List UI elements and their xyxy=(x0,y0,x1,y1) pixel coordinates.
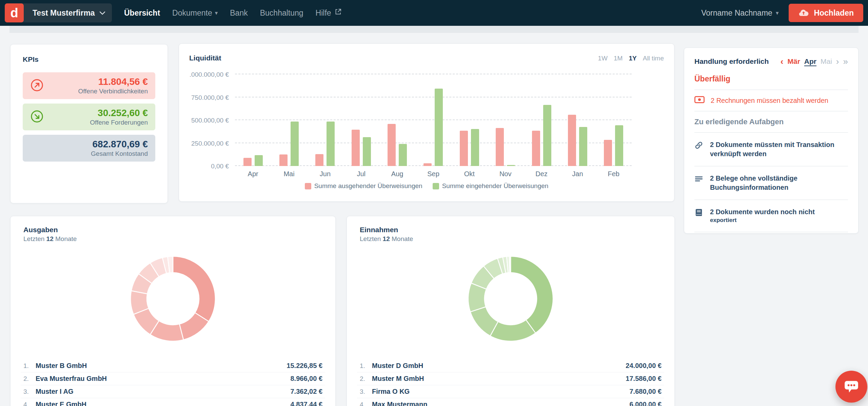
x-axis-label-jun: Jun xyxy=(307,170,343,178)
todo-item-2[interactable]: 2 Belege ohne vollständige Buchungsinfor… xyxy=(694,172,848,193)
x-axis-label-apr: Apr xyxy=(235,170,271,178)
expenses-title: Ausgaben xyxy=(23,226,322,234)
navbar-right: Vorname Nachname ▾ Hochladen xyxy=(701,4,863,22)
nav-item-label: Bank xyxy=(230,8,248,18)
ranking-index: 3. xyxy=(360,388,372,395)
ranking-value: 8.966,00 € xyxy=(290,375,322,383)
y-axis-tick-label: 500.000,00 € xyxy=(168,117,229,124)
chart-legend: Summe ausgehender ÜberweisungenSumme ein… xyxy=(179,182,674,190)
company-selector[interactable]: d Test Musterfirma xyxy=(5,3,112,22)
user-menu[interactable]: Vorname Nachname ▾ xyxy=(701,8,778,18)
ranking-index: 2. xyxy=(360,375,372,383)
y-axis-tick-label: 250.000,00 € xyxy=(168,140,229,147)
kpi-label: Gesamt Kontostand xyxy=(91,150,148,158)
range-1y[interactable]: 1Y xyxy=(629,55,636,62)
kpi-tile-gesamt-kontostand[interactable]: 682.870,69 €Gesamt Kontostand xyxy=(23,135,155,162)
bar-group-jul xyxy=(343,74,379,166)
expenses-donut-chart xyxy=(127,253,219,345)
todo-item-3[interactable]: 2 Dokumente wurden noch nichtexportiert xyxy=(694,206,848,226)
x-axis-label-okt: Okt xyxy=(451,170,487,178)
divider xyxy=(694,166,848,166)
overdue-item[interactable]: 2 Rechnungen müssen bezahlt werden xyxy=(694,96,848,105)
bar-summe-eingehender-überweisungen-sep xyxy=(435,89,443,166)
bar-group-jan xyxy=(559,74,595,166)
bar-group-feb xyxy=(596,74,632,166)
ranking-row-max-mustermann: 4.Max Mustermann6.000,00 € xyxy=(357,398,664,406)
bar-group-dez xyxy=(524,74,559,166)
month-nav-apr[interactable]: Apr xyxy=(804,57,816,66)
bar-group-aug xyxy=(379,74,415,166)
overdue-heading: Überfällig xyxy=(694,74,848,84)
bar-summe-eingehender-überweisungen-mai xyxy=(291,122,299,166)
nav-item-hilfe[interactable]: Hilfe xyxy=(316,8,342,18)
bar-group-jun xyxy=(307,74,343,166)
income-subtitle: Letzten 12 Monate xyxy=(360,235,662,243)
y-axis-tick-label: 750.000,00 € xyxy=(168,94,229,102)
ranking-name: Muster D GmbH xyxy=(372,362,423,370)
bar-summe-eingehender-überweisungen-aug xyxy=(399,144,407,166)
kpi-value: 30.252,60 € xyxy=(90,108,148,118)
app-logo[interactable]: d xyxy=(5,3,24,22)
nav-item-label: Dokumente xyxy=(172,8,212,18)
actions-title: Handlung erforderlich xyxy=(694,57,769,66)
liquidity-title: Liquidität xyxy=(189,54,221,62)
arrow-down-right-circle-icon xyxy=(30,110,44,125)
upload-button-label: Hochladen xyxy=(814,8,854,18)
ranking-index: 1. xyxy=(360,362,372,370)
income-donut-chart xyxy=(465,253,556,345)
chat-button[interactable] xyxy=(835,371,867,403)
kpi-value: 682.870,69 € xyxy=(91,139,148,150)
month-nav-mai[interactable]: Mai xyxy=(821,57,832,66)
bar-group-okt xyxy=(451,74,487,166)
todo-item-1[interactable]: 2 Dokumente müssten mit Transaktion verk… xyxy=(694,139,848,160)
external-link-icon xyxy=(334,8,342,18)
bar-summe-ausgehender-überweisungen-jan xyxy=(568,115,576,166)
bar-summe-ausgehender-überweisungen-feb xyxy=(604,140,612,166)
ranking-value: 7.680,00 € xyxy=(629,388,662,395)
bar-group-mai xyxy=(271,74,307,166)
nav-item-buchhaltung[interactable]: Buchhaltung xyxy=(260,8,303,18)
kpi-tile-offene-forderungen[interactable]: 30.252,60 €Offene Forderungen xyxy=(23,104,155,130)
last-month-icon[interactable]: » xyxy=(843,58,848,65)
ranking-row-muster-d-gmbh: 1.Muster D GmbH24.000,00 € xyxy=(357,359,664,372)
divider xyxy=(694,232,848,232)
bar-summe-ausgehender-überweisungen-jun xyxy=(315,154,323,166)
bar-summe-eingehender-überweisungen-apr xyxy=(255,155,263,166)
month-nav-mär[interactable]: Mär xyxy=(787,57,800,66)
x-axis-label-jul: Jul xyxy=(343,170,379,178)
ranking-value: 7.362,02 € xyxy=(290,388,322,395)
kpis-title: KPIs xyxy=(11,44,167,72)
previous-month-icon[interactable]: ‹ xyxy=(781,58,784,65)
actions-required-card: Handlung erforderlich ‹MärAprMai›» Überf… xyxy=(684,48,859,234)
x-axis-label-dez: Dez xyxy=(524,170,559,178)
bar-summe-ausgehender-überweisungen-apr xyxy=(243,158,252,166)
legend-swatch xyxy=(305,183,311,189)
nav-item-dokumente[interactable]: Dokumente▾ xyxy=(172,8,218,18)
time-range-selector: 1W1M1YAll time xyxy=(598,55,664,62)
ranking-name: Eva Musterfrau GmbH xyxy=(36,375,107,383)
bar-summe-ausgehender-überweisungen-mai xyxy=(279,154,288,166)
bar-summe-ausgehender-überweisungen-okt xyxy=(460,131,468,166)
income-title: Einnahmen xyxy=(360,226,662,234)
ranking-row-firma-o-kg: 3.Firma O KG7.680,00 € xyxy=(357,385,664,398)
bar-summe-ausgehender-überweisungen-aug xyxy=(388,124,396,166)
nav-item-label: Übersicht xyxy=(124,8,160,18)
range-1w[interactable]: 1W xyxy=(598,55,608,62)
next-month-icon[interactable]: › xyxy=(836,58,839,65)
x-axis-label-sep: Sep xyxy=(415,170,451,178)
bar-summe-eingehender-überweisungen-nov xyxy=(507,165,515,166)
legend-label: Summe ausgehender Überweisungen xyxy=(314,182,422,190)
ranking-value: 15.226,85 € xyxy=(287,362,322,370)
upload-button[interactable]: Hochladen xyxy=(789,4,863,22)
kpi-label: Offene Verbindlichkeiten xyxy=(78,88,148,95)
range-1m[interactable]: 1M xyxy=(614,55,623,62)
nav-item-übersicht[interactable]: Übersicht xyxy=(124,8,160,18)
kpi-tile-offene-verbindlichkeiten[interactable]: 11.804,56 €Offene Verbindlichkeiten xyxy=(23,72,155,99)
kpis-card: KPIs 11.804,56 €Offene Verbindlichkeiten… xyxy=(10,44,168,203)
bar-group-sep xyxy=(415,74,451,166)
todo-item-text: 2 Dokumente müssten mit Transaktion verk… xyxy=(710,140,848,159)
x-axis-label-feb: Feb xyxy=(596,170,632,178)
donut-segment-10 xyxy=(509,256,511,273)
nav-item-bank[interactable]: Bank xyxy=(230,8,248,18)
range-all-time[interactable]: All time xyxy=(643,55,664,62)
